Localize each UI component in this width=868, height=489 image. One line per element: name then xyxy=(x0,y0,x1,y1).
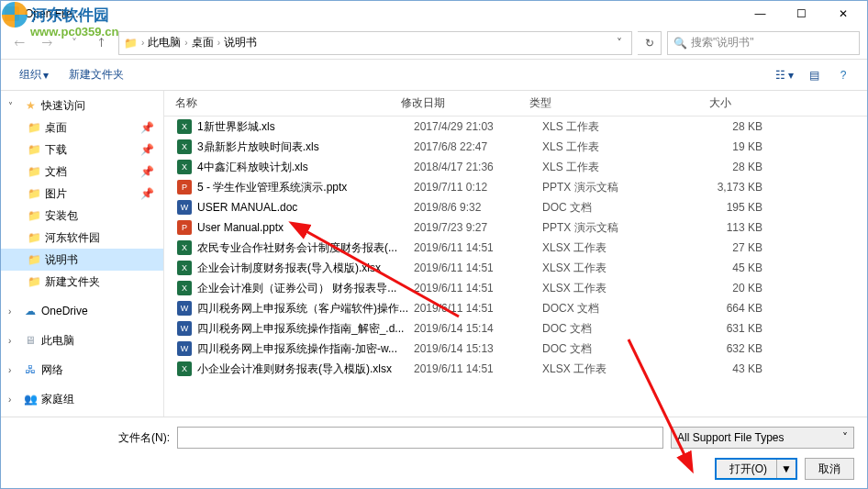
file-icon: W xyxy=(177,321,192,336)
sidebar-item[interactable]: 📁安装包 xyxy=(1,205,163,227)
app-icon xyxy=(5,6,19,21)
breadcrumb[interactable]: 📁 › 此电脑 › 桌面 › 说明书 ˅ xyxy=(118,31,632,55)
forward-button[interactable]: 🡒 xyxy=(36,32,58,54)
toolbar: 组织 ▾ 新建文件夹 ☷ ▾ ▤ ? xyxy=(1,60,867,91)
search-input[interactable]: 🔍 搜索"说明书" xyxy=(667,31,860,55)
close-button[interactable]: ✕ xyxy=(822,1,863,27)
col-name[interactable]: 名称 xyxy=(164,95,401,111)
file-name: 小企业会计准则财务报表(导入模版).xlsx xyxy=(197,361,414,377)
sidebar-item[interactable]: 📁说明书 xyxy=(1,249,163,271)
file-type: XLSX 工作表 xyxy=(542,281,662,296)
file-type: PPTX 演示文稿 xyxy=(542,220,662,236)
file-size: 113 KB xyxy=(662,221,762,234)
file-row[interactable]: X1新世界影城.xls2017/4/29 21:03XLS 工作表28 KB xyxy=(164,117,867,137)
file-list: X1新世界影城.xls2017/4/29 21:03XLS 工作表28 KBX3… xyxy=(164,117,867,417)
file-name: 3鼎新影片放映时间表.xls xyxy=(197,139,414,155)
network[interactable]: ›🖧网络 xyxy=(1,359,163,381)
search-icon: 🔍 xyxy=(673,37,687,50)
open-button[interactable]: 打开(O)▼ xyxy=(715,458,797,480)
file-type: PPTX 演示文稿 xyxy=(542,180,662,195)
sidebar-item[interactable]: 📁河东软件园 xyxy=(1,227,163,249)
file-name: USER MANUAL.doc xyxy=(197,201,414,214)
file-name: 企业会计制度财务报表(导入模版).xlsx xyxy=(197,261,414,276)
maximize-button[interactable]: ☐ xyxy=(781,1,822,27)
up-button[interactable]: 🡑 xyxy=(91,32,113,54)
file-date: 2019/6/11 14:51 xyxy=(414,362,542,375)
folder-icon: 📁 xyxy=(27,120,41,135)
navbar: 🡐 🡒 ˅ 🡑 📁 › 此电脑 › 桌面 › 说明书 ˅ ↻ 🔍 搜索"说明书" xyxy=(1,27,867,60)
file-row[interactable]: X企业会计制度财务报表(导入模版).xlsx2019/6/11 14:51XLS… xyxy=(164,258,867,278)
file-icon: X xyxy=(177,240,192,255)
file-row[interactable]: X小企业会计准则财务报表(导入模版).xlsx2019/6/11 14:51XL… xyxy=(164,359,867,379)
filename-input[interactable] xyxy=(177,427,663,449)
file-icon: P xyxy=(177,220,192,235)
breadcrumb-item[interactable]: 说明书 xyxy=(224,35,257,50)
file-type-filter[interactable]: All Support File Types˅ xyxy=(671,427,854,449)
file-size: 28 KB xyxy=(662,120,762,133)
sidebar-item[interactable]: 📁桌面📌 xyxy=(1,117,163,139)
sidebar-item-label: 图片 xyxy=(45,186,67,202)
folder-icon: 📁 xyxy=(27,142,41,157)
file-date: 2017/6/8 22:47 xyxy=(414,140,542,153)
file-row[interactable]: W四川税务网上申报系统操作指南-加密-w...2019/6/14 15:13DO… xyxy=(164,339,867,359)
pin-icon: 📌 xyxy=(140,187,154,200)
file-row[interactable]: W四川税务网上申报系统（客户端软件)操作...2019/6/11 14:51DO… xyxy=(164,298,867,318)
breadcrumb-dropdown[interactable]: ˅ xyxy=(611,37,628,50)
this-pc[interactable]: ›🖥此电脑 xyxy=(1,329,163,351)
file-icon: X xyxy=(177,160,192,174)
recent-dropdown[interactable]: ˅ xyxy=(63,32,85,54)
homegroup[interactable]: ›👥家庭组 xyxy=(1,388,163,410)
filename-label: 文件名(N): xyxy=(14,430,170,446)
sidebar-item[interactable]: 📁图片📌 xyxy=(1,183,163,205)
chevron-right-icon: › xyxy=(8,395,19,405)
col-size[interactable]: 大小 xyxy=(649,95,759,111)
file-type: DOC 文档 xyxy=(542,321,662,337)
cancel-button[interactable]: 取消 xyxy=(805,458,854,480)
file-row[interactable]: X企业会计准则（证券公司） 财务报表导...2019/6/11 14:51XLS… xyxy=(164,278,867,298)
file-row[interactable]: W四川税务网上申报系统操作指南_解密_.d...2019/6/14 15:14D… xyxy=(164,318,867,339)
file-date: 2018/4/17 21:36 xyxy=(414,161,542,173)
chevron-right-icon: › xyxy=(8,336,19,346)
sidebar-item[interactable]: 📁新建文件夹 xyxy=(1,271,163,293)
quick-access[interactable]: ˅★快速访问 xyxy=(1,94,163,117)
file-row[interactable]: X农民专业合作社财务会计制度财务报表(...2019/6/11 14:51XLS… xyxy=(164,238,867,258)
file-name: 农民专业合作社财务会计制度财务报表(... xyxy=(197,240,414,256)
open-dropdown[interactable]: ▼ xyxy=(776,460,796,478)
file-date: 2019/7/23 9:27 xyxy=(414,221,542,234)
folder-icon: 📁 xyxy=(123,36,138,50)
folder-icon: 📁 xyxy=(27,186,41,201)
star-icon: ★ xyxy=(23,98,38,113)
preview-pane-button[interactable]: ▤ xyxy=(801,64,827,86)
file-row[interactable]: X3鼎新影片放映时间表.xls2017/6/8 22:47XLS 工作表19 K… xyxy=(164,137,867,157)
file-size: 43 KB xyxy=(662,362,762,375)
sidebar-item[interactable]: 📁下载📌 xyxy=(1,139,163,161)
sidebar-item-label: 文档 xyxy=(45,164,67,180)
file-row[interactable]: X4中鑫汇科放映计划.xls2018/4/17 21:36XLS 工作表28 K… xyxy=(164,157,867,177)
new-folder-button[interactable]: 新建文件夹 xyxy=(61,63,131,86)
onedrive[interactable]: ›☁OneDrive xyxy=(1,300,163,322)
file-type: XLSX 工作表 xyxy=(542,261,662,276)
help-button[interactable]: ? xyxy=(830,64,856,86)
refresh-button[interactable]: ↻ xyxy=(638,31,662,55)
back-button[interactable]: 🡐 xyxy=(8,32,30,54)
file-row[interactable]: PUser Manual.pptx2019/7/23 9:27PPTX 演示文稿… xyxy=(164,217,867,238)
file-icon: P xyxy=(177,180,192,194)
breadcrumb-item[interactable]: 此电脑 xyxy=(148,35,181,50)
column-headers: 名称 修改日期 类型 大小 xyxy=(164,91,867,117)
view-options-button[interactable]: ☷ ▾ xyxy=(772,64,797,86)
file-size: 632 KB xyxy=(662,342,762,355)
sidebar-item-label: 新建文件夹 xyxy=(45,274,100,290)
breadcrumb-item[interactable]: 桌面 xyxy=(192,35,214,50)
file-name: 四川税务网上申报系统操作指南-加密-w... xyxy=(197,341,414,357)
col-type[interactable]: 类型 xyxy=(529,95,649,111)
col-date[interactable]: 修改日期 xyxy=(401,95,529,111)
file-row[interactable]: P5 - 学生作业管理系统演示.pptx2019/7/11 0:12PPTX 演… xyxy=(164,177,867,197)
window-title: Open File... xyxy=(25,7,740,20)
file-row[interactable]: WUSER MANUAL.doc2019/8/6 9:32DOC 文档195 K… xyxy=(164,197,867,217)
file-type: XLS 工作表 xyxy=(542,119,662,135)
file-date: 2019/6/14 15:14 xyxy=(414,322,542,335)
folder-icon: 📁 xyxy=(27,208,41,223)
minimize-button[interactable]: — xyxy=(740,1,781,27)
sidebar-item[interactable]: 📁文档📌 xyxy=(1,161,163,183)
organize-button[interactable]: 组织 ▾ xyxy=(12,63,56,86)
